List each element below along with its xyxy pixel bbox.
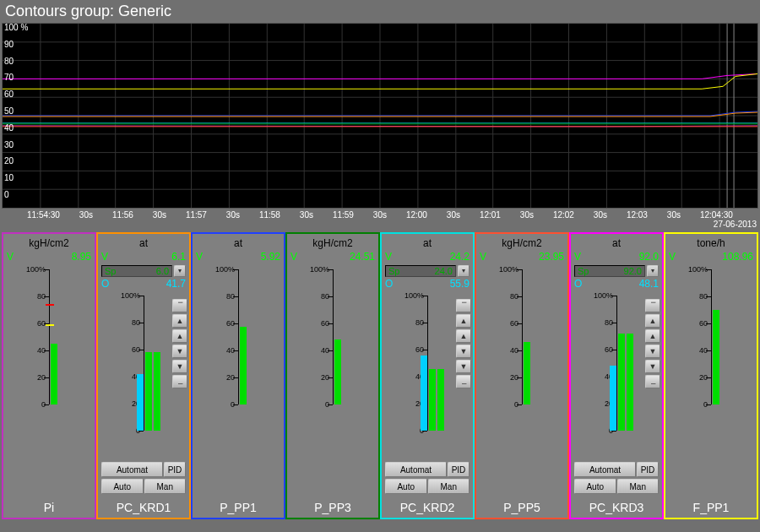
sp-field[interactable]: Sp92.0 [574, 265, 645, 277]
scale-tick: 60 [37, 319, 46, 328]
automat-button[interactable]: Automat [101, 462, 163, 477]
scale-tick: 100% [26, 265, 46, 274]
bar [437, 369, 444, 432]
chart-date: 27-06-2013 [714, 220, 757, 229]
scale-tick: 60 [226, 319, 235, 328]
gauge: 100%806040200 [665, 264, 757, 496]
scale-tick: 0 [325, 400, 329, 409]
o-label: O [101, 278, 113, 291]
panel-label: P_PP1 [193, 496, 284, 518]
v-label: V [669, 251, 681, 264]
bar [137, 374, 144, 431]
scale-tick: 0 [41, 400, 46, 409]
down-button[interactable]: ▼ [645, 345, 660, 358]
y-tick: 20 [4, 157, 28, 166]
panel-label: F_PP1 [665, 496, 757, 518]
man-button[interactable]: Man [617, 479, 660, 494]
scale-tick: 40 [37, 346, 46, 355]
trend-chart: 100 % 90 80 70 60 50 40 30 20 10 0 [2, 23, 758, 209]
up-button[interactable]: ▲ [172, 329, 187, 343]
gauge: 100%806040200 [193, 264, 284, 496]
x-tick: 30s [447, 210, 460, 220]
pid-button[interactable]: PID [637, 462, 659, 477]
up-fast-button[interactable]: ▲ [645, 314, 660, 328]
bar [334, 339, 341, 404]
bar [154, 352, 160, 431]
v-label: V [7, 251, 19, 264]
sp-field[interactable]: Sp6.0 [101, 265, 172, 277]
panel-label: PC_KRD3 [571, 496, 662, 518]
down-fast-button[interactable]: ▼ [456, 360, 471, 373]
automat-button[interactable]: Automat [574, 462, 636, 477]
panel-F_PP1: tone/hV108.96100%806040200F_PP1 [664, 232, 758, 519]
sp-dropdown-button[interactable]: ▾ [647, 265, 659, 277]
y-tick: 90 [4, 41, 28, 49]
sp-dropdown-button[interactable]: ▾ [458, 265, 470, 277]
down-fast-button[interactable]: ▼ [172, 360, 187, 373]
top-button[interactable]: ⎺ [172, 299, 187, 312]
auto-button[interactable]: Auto [385, 479, 427, 494]
gauge: 100%806040200⎺▲▲▼▼⎽ [571, 290, 662, 460]
panel-P_PP5: kgH/cm2V23.95100%806040200P_PP5 [475, 232, 569, 519]
panel-unit: at [98, 234, 189, 251]
scale-tick: 60 [510, 319, 518, 328]
down-button[interactable]: ▼ [456, 345, 471, 358]
automat-button[interactable]: Automat [385, 462, 447, 477]
y-tick: 80 [4, 57, 28, 66]
panel-PC_KRD1: atV6.1Sp6.0▾O41.7100%806040200⎺▲▲▼▼⎽Auto… [96, 232, 191, 519]
man-button[interactable]: Man [144, 479, 187, 494]
down-button[interactable]: ▼ [172, 345, 187, 358]
bottom-button[interactable]: ⎽ [645, 375, 660, 388]
bar [429, 369, 436, 432]
scale-tick: 0 [231, 400, 235, 409]
top-button[interactable]: ⎺ [456, 299, 471, 312]
y-tick: 50 [4, 107, 28, 116]
bar [240, 327, 247, 404]
y-tick: 0 [4, 191, 28, 199]
bar [627, 334, 633, 431]
scale-tick: 20 [226, 373, 235, 382]
o-value: 41.7 [166, 278, 186, 291]
v-value: 108.96 [722, 251, 753, 264]
scale-tick: 40 [321, 346, 329, 355]
auto-button[interactable]: Auto [101, 479, 144, 494]
up-button[interactable]: ▲ [645, 329, 660, 343]
gauge: 100%806040200⎺▲▲▼▼⎽ [382, 290, 473, 460]
scale-tick: 40 [226, 346, 235, 355]
up-button[interactable]: ▲ [456, 329, 471, 343]
y-tick: 10 [4, 174, 28, 182]
panel-unit: kgH/cm2 [287, 234, 378, 251]
panel-unit: kgH/cm2 [3, 234, 95, 251]
top-button[interactable]: ⎺ [645, 299, 660, 312]
down-fast-button[interactable]: ▼ [645, 360, 660, 373]
up-fast-button[interactable]: ▲ [172, 314, 187, 328]
panel-label: P_PP5 [476, 496, 567, 518]
scale-tick: 100% [310, 265, 329, 274]
bottom-button[interactable]: ⎽ [456, 375, 471, 388]
x-tick: 12:02 [553, 210, 574, 220]
timestamp-row: 27-06-2013 [0, 220, 760, 229]
y-axis-labels: 100 % 90 80 70 60 50 40 30 20 10 0 [4, 24, 28, 199]
v-value: 5.92 [261, 251, 280, 264]
x-tick: 30s [153, 210, 166, 220]
pid-button[interactable]: PID [164, 462, 186, 477]
bar [145, 352, 152, 431]
scale-tick: 100% [215, 265, 235, 274]
x-tick: 30s [667, 210, 681, 220]
auto-button[interactable]: Auto [574, 479, 616, 494]
panel-PC_KRD2: atV24.2Sp24.0▾O55.9100%806040200⎺▲▲▼▼⎽Au… [380, 232, 475, 519]
up-fast-button[interactable]: ▲ [456, 314, 471, 328]
pid-button[interactable]: PID [448, 462, 470, 477]
sp-dropdown-button[interactable]: ▾ [174, 265, 186, 277]
scale-tick: 0 [514, 400, 518, 409]
scale-tick: 80 [321, 292, 329, 301]
panel-PC_KRD3: atV92.0Sp92.0▾O48.1100%806040200⎺▲▲▼▼⎽Au… [569, 232, 664, 519]
bar [524, 342, 530, 404]
x-tick: 11:57 [186, 210, 207, 220]
sp-field[interactable]: Sp24.0 [385, 265, 456, 277]
scale-tick: 80 [699, 292, 708, 301]
man-button[interactable]: Man [428, 479, 470, 494]
bottom-button[interactable]: ⎽ [172, 375, 187, 388]
y-tick: 100 % [4, 24, 28, 32]
scale-tick: 100% [688, 265, 708, 274]
